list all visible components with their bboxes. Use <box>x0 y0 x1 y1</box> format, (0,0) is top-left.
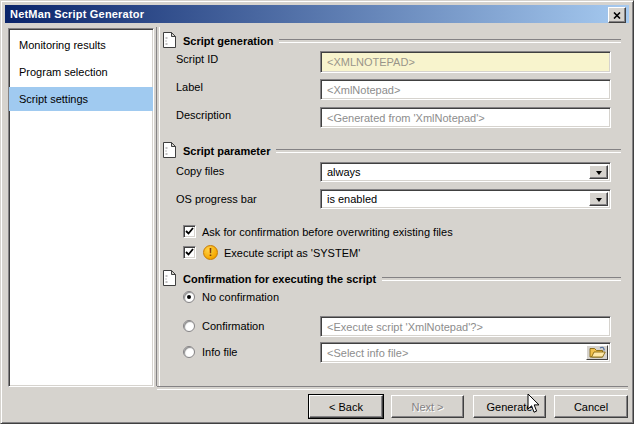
script-id-field[interactable]: <XMLNOTEPAD> <box>320 51 611 73</box>
page-icon <box>163 32 176 50</box>
next-button: Next > <box>391 395 464 418</box>
group-header-confirmation: Confirmation for executing the script <box>163 270 621 287</box>
group-rule <box>279 39 621 43</box>
execute-as-system-checkbox[interactable] <box>183 246 196 259</box>
confirmation-label: Confirmation <box>202 320 264 332</box>
button-separator <box>157 386 628 390</box>
sidebar-item-monitoring-results[interactable]: Monitoring results <box>9 33 153 57</box>
chevron-down-icon <box>596 171 602 178</box>
execute-as-system-label: Execute script as 'SYSTEM' <box>224 247 360 259</box>
radio-dot <box>187 295 191 299</box>
info-file-label: Info file <box>202 346 237 358</box>
label-label: Label <box>176 81 316 93</box>
chevron-down-icon <box>596 198 602 205</box>
sidebar-item-label: Program selection <box>19 66 108 78</box>
netman-script-generator-dialog: NetMan Script Generator Monitoring resul… <box>0 0 634 424</box>
generate-button-label: Generate <box>487 401 533 413</box>
next-button-label: Next > <box>411 401 443 413</box>
script-id-value: <XMLNOTEPAD> <box>327 56 415 68</box>
page-icon <box>163 142 176 160</box>
folder-open-icon <box>589 345 606 360</box>
dropdown-button[interactable] <box>589 192 608 206</box>
panel-divider <box>156 27 160 386</box>
page-icon <box>163 270 176 288</box>
confirmation-radio[interactable] <box>183 320 195 332</box>
window-title: NetMan Script Generator <box>10 8 144 20</box>
script-id-label: Script ID <box>176 53 316 65</box>
back-button[interactable]: < Back <box>309 395 383 418</box>
group-rule <box>276 149 621 153</box>
sidebar-item-label: Monitoring results <box>19 39 106 51</box>
confirmation-text-value: <Execute script 'XmlNotepad'?> <box>327 321 483 333</box>
overwrite-confirmation-checkbox[interactable] <box>183 225 196 238</box>
info-file-radio[interactable] <box>183 346 195 358</box>
copy-files-label: Copy files <box>176 165 316 177</box>
no-confirmation-label: No confirmation <box>202 291 279 303</box>
sidebar-item-script-settings[interactable]: Script settings <box>9 87 153 111</box>
description-field[interactable]: <Generated from 'XmlNotepad'> <box>320 107 611 128</box>
group-title: Script generation <box>183 35 273 47</box>
close-icon <box>613 9 621 21</box>
group-title: Confirmation for executing the script <box>183 273 376 285</box>
label-value: <XmlNotepad> <box>327 84 400 96</box>
group-header-script-parameter: Script parameter <box>163 142 621 159</box>
os-progress-label: OS progress bar <box>176 193 316 205</box>
description-label: Description <box>176 109 316 121</box>
group-header-script-generation: Script generation <box>163 32 621 49</box>
label-field[interactable]: <XmlNotepad> <box>320 79 611 100</box>
wizard-steps-list: Monitoring results Program selection Scr… <box>8 28 154 387</box>
sidebar-item-program-selection[interactable]: Program selection <box>9 60 153 84</box>
close-button[interactable] <box>608 7 626 23</box>
warning-icon: ! <box>203 245 218 260</box>
sidebar-item-label: Script settings <box>19 93 88 105</box>
check-icon <box>185 247 194 259</box>
copy-files-dropdown[interactable]: always <box>320 162 611 182</box>
title-bar[interactable]: NetMan Script Generator <box>5 5 629 23</box>
dropdown-button[interactable] <box>589 165 608 179</box>
confirmation-text-field[interactable]: <Execute script 'XmlNotepad'?> <box>320 316 611 337</box>
description-value: <Generated from 'XmlNotepad'> <box>327 112 485 124</box>
cancel-button[interactable]: Cancel <box>554 395 628 418</box>
os-progress-dropdown[interactable]: is enabled <box>320 189 611 209</box>
group-title: Script parameter <box>183 145 270 157</box>
generate-button[interactable]: Generate <box>473 395 546 418</box>
group-rule <box>382 277 621 281</box>
cancel-button-label: Cancel <box>574 401 608 413</box>
copy-files-value: always <box>327 166 361 178</box>
check-icon <box>185 226 194 238</box>
info-file-field[interactable]: <Select info file> <box>320 342 611 363</box>
overwrite-confirmation-label: Ask for confirmation before overwriting … <box>202 226 453 238</box>
info-file-value: <Select info file> <box>327 347 408 359</box>
no-confirmation-radio[interactable] <box>183 291 195 303</box>
os-progress-value: is enabled <box>327 193 377 205</box>
back-button-label: < Back <box>329 401 363 413</box>
browse-info-file-button[interactable] <box>586 345 608 360</box>
